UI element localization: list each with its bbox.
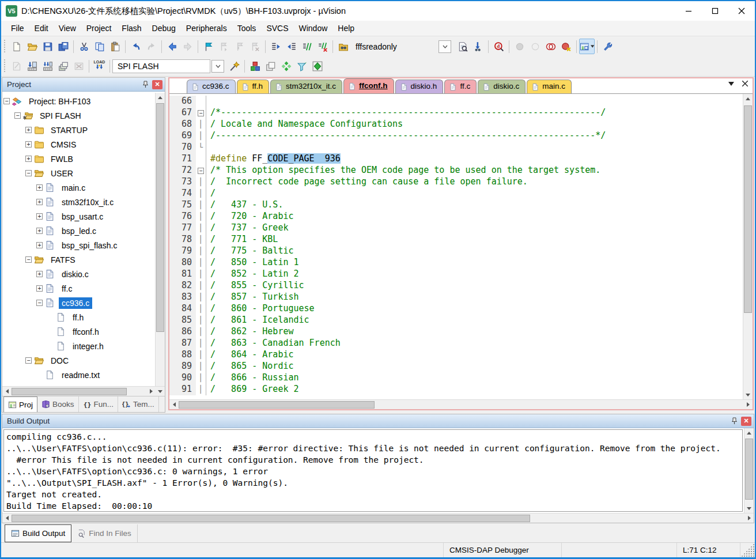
document-tab-stm32f10x_it-c[interactable]: stm32f10x_it.c [270,80,342,93]
code-line-68[interactable]: 68│/ Locale and Namespace Configurations [169,119,743,130]
code-line-84[interactable]: 84│/ 860 - Portuguese [169,303,743,315]
document-tab-ffconf-h[interactable]: ffconf.h [343,78,394,93]
scroll-up-icon[interactable] [156,93,165,102]
new-file-icon[interactable] [9,39,24,54]
tree-item-ff-c[interactable]: +ff.c [3,281,154,296]
scroll-right-icon[interactable] [146,387,156,396]
build-output-log[interactable]: compiling cc936.c.....\..\User\FATFS\opt… [3,429,743,512]
code-line-74[interactable]: 74│/ [169,188,743,199]
open-folder-icon[interactable] [24,39,40,54]
build-output-close-icon[interactable]: ✕ [741,417,751,426]
build-icon[interactable] [24,59,40,74]
menu-file[interactable]: File [6,21,29,35]
tab-list-dropdown-icon[interactable] [728,82,734,86]
code-line-83[interactable]: 83│/ 857 - Turkish [169,292,743,303]
tree-label[interactable]: ff.c [59,283,75,294]
scroll-up-icon[interactable] [743,94,753,103]
tree-item-diskio-c[interactable]: +diskio.c [3,267,154,281]
code-line-78[interactable]: 78│/ 771 - KBL [169,234,743,245]
tree-label[interactable]: Project: BH-F103 [26,96,93,107]
tree-label[interactable]: diskio.c [59,269,92,280]
document-tab-main-c[interactable]: main.c [527,80,572,93]
code-line-67[interactable]: 67−/*-----------------------------------… [169,107,743,119]
tree-item-user[interactable]: −USER [3,166,154,180]
document-tab-diskio-c[interactable]: diskio.c [478,80,526,93]
code-line-80[interactable]: 80│/ 850 - Latin 1 [169,257,743,269]
rebuild-icon[interactable] [40,59,55,74]
tree-item-integer-h[interactable]: integer.h [3,339,154,353]
tree-label[interactable]: stm32f10x_it.c [59,197,116,208]
code-line-69[interactable]: 69│/------------------------------------… [169,130,743,142]
fold-collapse-icon[interactable]: − [196,107,206,119]
code-line-91[interactable]: 91│/ 869 - Greek 2 [169,384,743,395]
save-icon[interactable] [40,39,55,54]
tree-expander-minus-icon[interactable]: − [25,170,32,176]
tree-expander-plus-icon[interactable]: + [36,242,43,248]
tree-item-cmsis[interactable]: +CMSIS [3,137,154,152]
editor-hscrollbar[interactable] [169,399,753,409]
search-combo[interactable]: fffsreadonly [351,40,451,54]
code-editor[interactable]: 6667−/*---------------------------------… [169,94,743,399]
tree-expander-minus-icon[interactable]: − [25,256,32,263]
code-line-86[interactable]: 86│/ 862 - Hebrew [169,326,743,338]
target-select-caret[interactable] [211,60,224,73]
scroll-right-icon[interactable] [743,400,753,409]
code-line-81[interactable]: 81│/ 852 - Latin 2 [169,269,743,280]
code-line-79[interactable]: 79│/ 775 - Baltic [169,245,743,257]
tree-expander-plus-icon[interactable]: + [36,285,43,292]
editor-vscrollbar[interactable] [743,94,753,399]
menu-svcs[interactable]: SVCS [261,21,293,35]
download-load-icon[interactable]: LOAD [92,59,107,74]
tree-expander-minus-icon[interactable]: − [14,112,21,119]
pin-icon[interactable] [140,80,150,89]
scroll-left-icon[interactable] [2,387,12,396]
code-line-75[interactable]: 75│/ 437 - U.S. [169,199,743,211]
code-line-90[interactable]: 90│/ 866 - Russian [169,372,743,384]
tree-label[interactable]: CMSIS [48,139,79,150]
project-panel-close-icon[interactable]: ✕ [152,80,162,89]
tree-label[interactable]: FATFS [48,254,78,266]
code-line-89[interactable]: 89│/ 865 - Nordic [169,361,743,372]
wrench-icon[interactable] [600,39,615,54]
doc-find-icon[interactable] [455,39,470,54]
tree-item-spi-flash[interactable]: −SPI FLASH [3,108,154,123]
tree-label[interactable]: bsp_usart.c [59,211,106,222]
tree-expander-plus-icon[interactable]: + [25,156,32,162]
tree-label[interactable]: bsp_spi_flash.c [59,240,120,251]
tree-label[interactable]: USER [48,168,76,179]
tree-label[interactable]: ffconf.h [70,326,102,338]
menu-project[interactable]: Project [81,21,117,35]
find-in-files-icon[interactable] [335,39,351,54]
build-output-hscrollbar[interactable] [2,513,754,523]
menu-window[interactable]: Window [294,21,333,35]
tree-item-bsp-usart-c[interactable]: +bsp_usart.c [3,209,154,224]
undo-icon[interactable] [128,39,143,54]
tree-item-fwlb[interactable]: +FWLB [3,152,154,166]
code-line-87[interactable]: 87│/ 863 - Canadian French [169,338,743,349]
tree-label[interactable]: DOC [48,355,71,367]
toolbar-grip[interactable] [3,40,6,54]
panel-tab-fun[interactable]: {}Fun... [79,396,119,412]
indent-right-icon[interactable] [268,39,284,54]
minimize-button[interactable] [675,1,702,21]
tree-label[interactable]: ff.h [70,312,86,323]
scroll-left-icon[interactable] [2,513,12,523]
manage-components-icon[interactable] [247,59,263,74]
tree-item-main-c[interactable]: +main.c [3,180,154,195]
tree-label[interactable]: bsp_led.c [59,225,99,237]
paste-icon[interactable] [107,39,123,54]
toolbar-grip[interactable] [3,59,6,73]
tree-expander-plus-icon[interactable]: + [36,213,43,220]
project-tree-vscrollbar[interactable] [155,93,165,386]
tree-label[interactable]: readme.txt [59,369,103,381]
window-layout-icon[interactable] [579,39,595,54]
code-line-76[interactable]: 76│/ 720 - Arabic [169,211,743,222]
code-line-71[interactable]: 71#define FF_CODE_PAGE 936 [169,153,743,165]
comment-lines-icon[interactable] [299,39,315,54]
scroll-up-icon[interactable] [744,428,754,437]
code-line-72[interactable]: 72−/* This option specifies the OEM code… [169,165,743,176]
output-tab-find-in-files[interactable]: Find In Files [71,524,138,542]
tree-label[interactable]: cc936.c [59,297,92,309]
code-line-73[interactable]: 73│/ Incorrect code page setting can cau… [169,176,743,188]
tree-label[interactable]: FWLB [48,153,76,165]
